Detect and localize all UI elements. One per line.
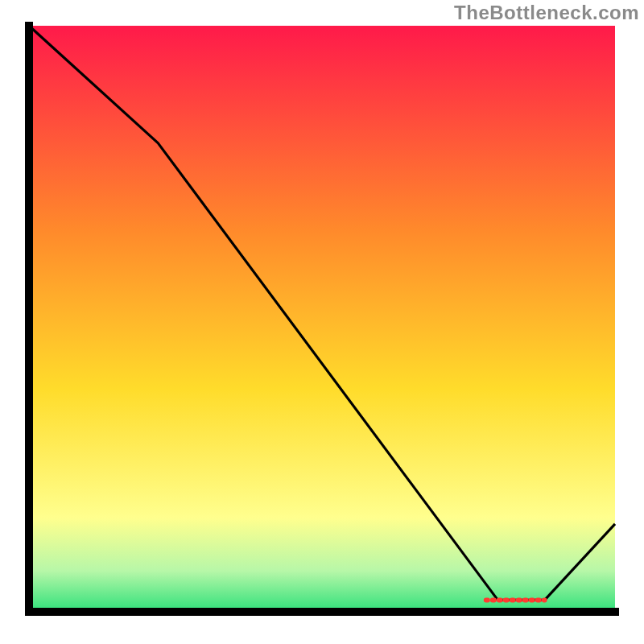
bottleneck-chart (0, 0, 644, 644)
plot-gradient-bg (29, 26, 615, 612)
attribution-text: TheBottleneck.com (454, 2, 639, 24)
